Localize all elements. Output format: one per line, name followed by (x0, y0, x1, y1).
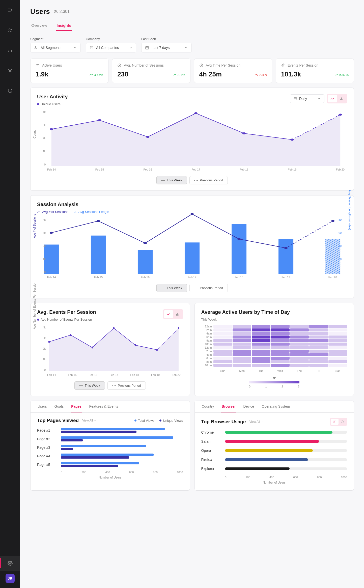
bar-chart-toggle[interactable] (337, 95, 346, 102)
this-week-btn[interactable]: This Week (156, 284, 187, 292)
filter-lastseen-select[interactable]: Last 7 days (141, 43, 192, 52)
heatmap-title: Average Active Users by Time of Day (201, 309, 347, 315)
sort-desc-btn[interactable] (331, 419, 339, 425)
tab-goals[interactable]: Goals (54, 401, 64, 412)
page-tabs: Overview Insights (30, 21, 354, 31)
svg-rect-50 (278, 239, 293, 274)
kpi-events: Events Per Session 101.3k5.47% (276, 59, 354, 83)
trend-up-icon: 3.47% (89, 73, 103, 77)
y-axis-label-right: Avg Session Length (minutes) (348, 190, 351, 230)
top-pages-title: Top Pages Viewed (37, 418, 79, 423)
svg-point-10 (10, 563, 11, 564)
svg-point-63 (48, 341, 50, 343)
filter-segment-select[interactable]: All Segments (30, 43, 81, 52)
tab-insights[interactable]: Insights (56, 21, 72, 31)
granularity-select[interactable]: Daily (290, 94, 324, 103)
svg-point-21 (37, 64, 38, 65)
svg-point-13 (35, 46, 36, 47)
view-all-link[interactable]: View All→ (82, 419, 97, 422)
previous-period-btn[interactable]: Previous Period (107, 381, 146, 390)
svg-point-22 (38, 65, 39, 65)
svg-rect-51 (325, 239, 340, 274)
legend-avg-events: Avg Number of Events Per Session (41, 318, 92, 321)
clock-icon (199, 63, 203, 67)
y-axis-label: Count (33, 130, 36, 138)
svg-point-38 (291, 139, 294, 141)
filter-company-select[interactable]: All Companies (86, 43, 136, 52)
line-chart-toggle[interactable] (328, 95, 337, 102)
filter-company-label: Company (86, 37, 136, 41)
reports-nav-icon[interactable] (5, 86, 15, 96)
bar-row: Page #5 (37, 462, 183, 467)
trend-down-icon: 2.4% (255, 73, 267, 77)
y-axis-label-left: Avg # of Sessions (33, 214, 36, 238)
legend-session-length: Avg Sessions Length (78, 210, 109, 214)
svg-point-39 (339, 114, 342, 116)
card-top-pages: Users Goals Pages Features & Events Top … (30, 401, 190, 491)
this-week-btn[interactable]: This Week (156, 176, 187, 184)
svg-point-58 (284, 247, 288, 249)
tab-features-events[interactable]: Features & Events (89, 401, 119, 412)
browser-usage-title: Top Browser Usage (201, 419, 246, 425)
tab-pages[interactable]: Pages (71, 401, 82, 412)
svg-marker-8 (8, 69, 12, 71)
svg-point-32 (50, 128, 53, 130)
svg-point-33 (98, 119, 101, 121)
layers-nav-icon[interactable] (5, 66, 15, 76)
kpi-avg-time: Avg Time Per Session 4h 25m2.4% (194, 59, 272, 83)
legend-total-views: Total Views (138, 419, 155, 423)
bar-row: Page #1 (37, 428, 183, 433)
calendar-icon (294, 97, 297, 100)
y-axis-label: Avg Number of Events Per Session (33, 282, 36, 329)
bar-row: Page #3 (37, 445, 183, 450)
previous-period-btn[interactable]: Previous Period (189, 176, 228, 184)
bar-row: Page #4 (37, 454, 183, 459)
card-browser-usage: Country Browser Device Operating System … (194, 401, 354, 491)
svg-point-34 (146, 136, 149, 138)
analytics-nav-icon[interactable] (5, 45, 15, 55)
previous-period-btn[interactable]: Previous Period (189, 284, 228, 292)
tab-device[interactable]: Device (243, 401, 255, 412)
svg-point-64 (70, 334, 71, 336)
user-activity-title: User Activity (37, 94, 68, 100)
avg-events-title: Avg. Events Per Session (37, 309, 96, 315)
svg-point-65 (92, 347, 93, 349)
bar-chart-toggle[interactable] (173, 310, 182, 318)
this-week-btn[interactable]: This Week (74, 381, 105, 390)
svg-point-66 (113, 327, 115, 329)
tab-overview[interactable]: Overview (30, 21, 48, 31)
menu-collapse-icon[interactable] (5, 5, 15, 15)
tab-country[interactable]: Country (201, 401, 215, 412)
user-count: 2,301 (53, 9, 70, 14)
svg-point-70 (178, 327, 179, 329)
svg-marker-24 (119, 65, 120, 66)
tab-users[interactable]: Users (37, 401, 47, 412)
bar-row: Explorer (201, 467, 347, 471)
svg-rect-49 (232, 224, 246, 274)
page-title: Users (30, 8, 50, 16)
filter-lastseen-label: Last Seen (141, 37, 192, 41)
heatmap-subtitle: This Week (201, 318, 347, 321)
session-analysis-title: Session Analysis (37, 202, 347, 207)
tab-browser[interactable]: Browser (221, 401, 236, 412)
tab-os[interactable]: Operating System (261, 401, 290, 412)
sort-toggle-btn[interactable] (339, 419, 346, 425)
users-nav-icon[interactable] (5, 25, 15, 35)
view-all-link[interactable]: View All→ (249, 420, 264, 424)
heatmap-scale (249, 381, 299, 383)
user-avatar[interactable]: JR (6, 574, 15, 583)
line-chart-toggle[interactable] (164, 310, 173, 318)
settings-icon[interactable] (5, 558, 15, 568)
lightning-icon (281, 63, 285, 67)
svg-marker-71 (273, 377, 276, 379)
svg-point-56 (237, 238, 241, 240)
bar-row: Chrome (201, 430, 347, 434)
users-icon (36, 63, 40, 67)
bar-row: Safari (201, 439, 347, 443)
sidebar: JR (0, 0, 20, 588)
svg-point-11 (54, 10, 56, 12)
chevron-down-icon (73, 46, 77, 49)
svg-point-55 (190, 213, 194, 215)
svg-rect-45 (44, 245, 59, 274)
chevron-down-icon (129, 46, 132, 49)
